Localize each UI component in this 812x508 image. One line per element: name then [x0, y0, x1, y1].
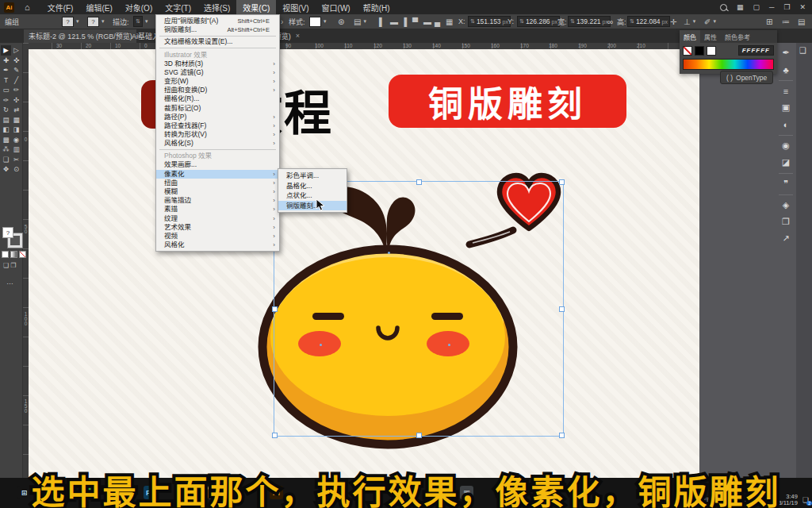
document-setup-icon[interactable]: ⊛ [338, 14, 344, 29]
menu-item[interactable]: 像素化 › [156, 170, 279, 179]
height-field[interactable]: ⇅122.084px [627, 14, 670, 29]
slice-tool[interactable]: ✂ [11, 155, 21, 165]
color-spectrum-bar[interactable] [683, 59, 774, 70]
selection-handle[interactable] [559, 433, 565, 438]
artboard-tool[interactable]: ❏ [1, 155, 11, 165]
menu-item[interactable]: Photoshop 效果 [156, 151, 279, 160]
none-swatch[interactable] [683, 46, 692, 56]
pencil-tool[interactable]: ✑ [1, 95, 11, 106]
menubar-item[interactable]: 文字(T) [159, 0, 197, 15]
minimize-button[interactable]: ─ [769, 3, 774, 11]
menu-item[interactable]: 效果画廊... [156, 160, 279, 169]
stroke-color-dropdown[interactable]: ?▾ [87, 14, 105, 29]
home-icon[interactable]: ⌂ [25, 2, 30, 12]
selection-handle[interactable] [272, 433, 278, 438]
color-button[interactable] [2, 251, 9, 258]
selection-handle[interactable] [559, 306, 565, 312]
menubar-item[interactable]: 窗口(W) [316, 0, 357, 15]
panel-tab[interactable]: 属性 [700, 30, 721, 43]
menu-item[interactable]: 文档栅格效果设置(E)... [156, 37, 279, 46]
workspace-switcher-icon[interactable]: ▦ [737, 3, 744, 11]
preferences-dropdown[interactable]: ▤▾ [354, 14, 366, 29]
comments-panel-icon[interactable]: ❞ [776, 175, 796, 192]
selection-bounding-box[interactable] [274, 181, 564, 437]
align-right-icon[interactable]: ▐ [401, 14, 407, 29]
graph-tool[interactable]: ▥ [11, 144, 21, 155]
brushes-panel-icon[interactable]: ✒ [776, 44, 796, 61]
selection-handle[interactable] [559, 179, 565, 185]
transform-grid-icon[interactable]: ▦ [446, 14, 453, 29]
menu-item[interactable]: 扭曲 › [156, 179, 279, 187]
menu-item[interactable]: 纹理 › [156, 214, 279, 223]
anchor-options-dropdown[interactable]: ⊥▾ [684, 14, 695, 29]
search-icon[interactable] [720, 4, 727, 11]
stroke-weight-stepper[interactable]: ⇅▾ [133, 14, 147, 29]
submenu-item[interactable]: 晶格化... [278, 181, 347, 191]
submenu-item[interactable]: 铜版雕刻... [278, 201, 347, 211]
menubar-item[interactable]: 效果(C) [236, 0, 276, 15]
shaper-tool[interactable]: ✣ [11, 95, 21, 106]
menu-item[interactable]: 视频 › [156, 232, 279, 241]
menu-item[interactable]: 转换为形状(V) › [156, 130, 279, 139]
align-center-icon[interactable]: ▬ [390, 14, 398, 29]
menubar-item[interactable]: 对象(O) [119, 0, 159, 15]
appearance-panel-icon[interactable]: ◉ [776, 137, 796, 154]
menu-item[interactable]: 栅格化(R)... [156, 94, 279, 103]
restore-button[interactable]: ❐ [783, 3, 790, 11]
artboards-panel-icon[interactable]: ❐ [776, 214, 796, 230]
menu-item[interactable]: 素描 › [156, 205, 279, 214]
gradient-button[interactable] [10, 251, 17, 258]
pen-tool[interactable]: ✒ [1, 65, 11, 75]
shape-builder-tool[interactable]: ◧ [1, 125, 11, 135]
white-swatch[interactable] [707, 46, 716, 56]
menu-item[interactable]: 变形(W) › [156, 77, 279, 86]
symbols-panel-icon[interactable]: ♣ [776, 61, 796, 78]
document-tab-untitled[interactable]: 未标题-2 @ 121.5 % (RGB/预览)× [24, 29, 136, 43]
layers-panel-icon[interactable]: ◈ [776, 197, 796, 214]
panel-tab[interactable]: 颜色参考 [721, 30, 754, 43]
direct-selection-tool[interactable]: ▷ [11, 45, 21, 56]
none-button[interactable] [19, 251, 26, 258]
panel-menu-icon[interactable]: ▤ [798, 14, 805, 29]
rectangle-tool[interactable]: ▭ [1, 85, 11, 95]
close-button[interactable]: ✕ [799, 3, 806, 11]
transparency-panel-icon[interactable]: ◐ [776, 116, 796, 133]
gradient-tool[interactable]: ◨ [11, 125, 21, 135]
menubar-item[interactable]: 视图(V) [276, 0, 315, 15]
selection-handle[interactable] [416, 179, 422, 185]
panel-chevron[interactable]: › [281, 14, 283, 29]
list-options-icon[interactable]: ≔ [782, 14, 790, 29]
menu-item[interactable]: 风格化 › [156, 241, 279, 249]
menu-item[interactable]: 3D 和材质(3) › [156, 60, 279, 68]
stroke-panel-icon[interactable]: ≡ [776, 83, 796, 99]
menubar-item[interactable]: 选择(S) [197, 0, 236, 15]
collapse-panels-icon[interactable]: ❑ [799, 46, 806, 55]
align-top-icon[interactable]: ▀ [412, 14, 418, 29]
edit-options-dropdown[interactable]: ✐▾ [704, 14, 716, 29]
menubar-item[interactable]: 帮助(H) [357, 0, 396, 15]
menubar-item[interactable]: 文件(F) [41, 0, 80, 15]
menu-item[interactable]: 画笔描边 › [156, 196, 279, 205]
curvature-tool[interactable]: ✎ [11, 65, 21, 75]
black-swatch[interactable] [695, 46, 704, 56]
fill-stroke-indicator[interactable]: ? [2, 227, 20, 246]
submenu-item[interactable]: 点状化... [278, 190, 347, 201]
align-left-icon[interactable]: ▌ [379, 14, 385, 29]
fill-color-dropdown[interactable]: ?▾ [62, 14, 79, 29]
arrange-documents-icon[interactable]: ▢ [753, 3, 760, 11]
asset-export-panel-icon[interactable]: ↗ [776, 230, 796, 247]
y-field[interactable]: ⇅126.286px [517, 14, 560, 29]
eyedropper-tool[interactable]: ◉ [11, 135, 21, 145]
line-tool[interactable]: ╱ [11, 75, 21, 86]
selection-tool[interactable]: ▶ [1, 45, 11, 56]
menu-item[interactable]: 路径查找器(F) › [156, 121, 279, 130]
menu-item[interactable]: 艺术效果 › [156, 223, 279, 232]
mesh-tool[interactable]: ▩ [1, 135, 11, 145]
menu-item[interactable]: Illustrator 效果 [156, 50, 279, 60]
type-tool[interactable]: T [1, 75, 11, 86]
align-middle-icon[interactable]: ▬ [423, 14, 431, 29]
style-swatch-dropdown[interactable]: ▾ [309, 14, 327, 29]
menu-item[interactable]: SVG 滤镜(G) › [156, 68, 279, 77]
menu-item[interactable]: 扭曲和变换(D) › [156, 86, 279, 94]
magic-wand-tool[interactable]: ✚ [1, 56, 11, 66]
